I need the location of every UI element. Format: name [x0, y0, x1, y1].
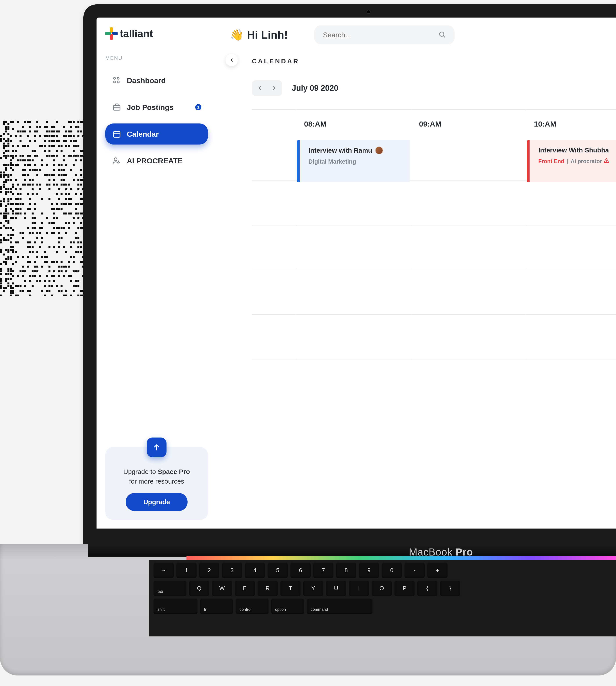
grid-icon — [112, 76, 121, 85]
svg-point-8 — [606, 162, 607, 162]
event-subtitle: Digital Marketing — [308, 158, 403, 165]
chevron-left-icon — [229, 58, 234, 63]
search-input[interactable] — [323, 31, 421, 39]
logo-mark-icon — [105, 27, 117, 40]
screen: talliant MENU Dashboard — [96, 18, 616, 529]
hour-column-header: 08:AM — [296, 110, 411, 140]
sidebar-item-ai-procreate[interactable]: AI PROCREATE — [105, 150, 208, 171]
calendar-gutter — [252, 110, 296, 140]
calendar-header: 08:AM 09:AM 10:AM — [252, 110, 616, 140]
chevron-right-icon — [271, 85, 277, 91]
date-pager — [252, 80, 282, 96]
svg-rect-3 — [117, 81, 119, 83]
svg-rect-5 — [113, 131, 120, 137]
camera-dot — [367, 10, 371, 14]
calendar-icon — [112, 130, 121, 138]
sidebar-item-job-postings[interactable]: Job Postings 1 — [105, 97, 208, 118]
keyboard: ~1234567890-+ tabQWERTYUIOP{} shiftfncon… — [149, 560, 616, 637]
topbar: 👋 Hi Linh! — [217, 25, 616, 44]
svg-rect-4 — [113, 106, 120, 110]
greeting-text: Hi Linh! — [247, 28, 288, 41]
event-subtitle: Front End | Ai procrator — [538, 157, 616, 164]
warning-icon — [603, 158, 609, 164]
panel-title: CALENDAR — [252, 58, 616, 65]
svg-point-2 — [114, 81, 116, 83]
collapse-sidebar-button[interactable] — [225, 54, 238, 66]
noise-decoration — [0, 120, 94, 296]
user-ai-icon — [112, 156, 121, 165]
upgrade-text: Upgrade to Space Pro for more resources — [114, 467, 199, 486]
device-label: MacBook Pro — [409, 546, 473, 558]
wave-emoji-icon: 👋 — [230, 28, 243, 41]
prev-day-button[interactable] — [253, 82, 266, 95]
sidebar-item-calendar[interactable]: Calendar — [105, 124, 208, 145]
upload-icon — [147, 438, 167, 457]
svg-point-6 — [114, 158, 117, 161]
calendar-column[interactable]: Interview With Shubha Front End | Ai pro… — [526, 140, 616, 403]
search-icon — [438, 31, 446, 39]
calendar-body: Interview with Ramu Digital Marketing — [252, 140, 616, 403]
menu-section-label: MENU — [105, 55, 208, 61]
main: 👋 Hi Linh! — [217, 18, 616, 529]
avatar-icon — [375, 147, 383, 154]
sidebar: talliant MENU Dashboard — [96, 18, 217, 529]
nav: Dashboard Job Postings 1 — [105, 70, 208, 171]
current-date: July 09 2020 — [292, 84, 338, 93]
calendar-grid: 08:AM 09:AM 10:AM — [252, 109, 616, 403]
sidebar-item-label: Job Postings — [127, 103, 174, 112]
calendar-column[interactable] — [411, 140, 526, 403]
upgrade-card: Upgrade to Space Pro for more resources … — [105, 447, 208, 520]
upgrade-button[interactable]: Upgrade — [126, 493, 188, 511]
event-title: Interview With Shubha — [538, 147, 609, 154]
event-title: Interview with Ramu — [308, 147, 372, 154]
calendar-event[interactable]: Interview With Shubha Front End | Ai pro… — [527, 140, 616, 182]
laptop-base: MacBook Pro ~1234567890-+ tabQWERTYUIOP{… — [0, 544, 616, 676]
app-root: talliant MENU Dashboard — [96, 18, 616, 529]
greeting: 👋 Hi Linh! — [230, 28, 288, 41]
svg-point-0 — [114, 78, 116, 80]
chevron-left-icon — [257, 85, 263, 91]
hour-column-header: 10:AM — [526, 110, 616, 140]
briefcase-icon — [112, 103, 121, 112]
svg-point-1 — [117, 78, 119, 80]
date-navigation: July 09 2020 — [252, 80, 616, 96]
calendar-panel: CALENDAR July 09 2020 — [217, 58, 616, 403]
laptop-frame: talliant MENU Dashboard — [83, 4, 616, 544]
sidebar-item-dashboard[interactable]: Dashboard — [105, 70, 208, 91]
logo[interactable]: talliant — [105, 27, 208, 40]
search-box[interactable] — [314, 25, 455, 44]
sidebar-item-label: Calendar — [127, 130, 159, 138]
next-day-button[interactable] — [268, 82, 281, 95]
calendar-event[interactable]: Interview with Ramu Digital Marketing — [297, 140, 410, 182]
calendar-column[interactable]: Interview with Ramu Digital Marketing — [296, 140, 411, 403]
sidebar-item-label: Dashboard — [127, 76, 166, 85]
sidebar-item-label: AI PROCREATE — [127, 157, 182, 165]
calendar-gutter — [252, 140, 296, 403]
logo-text: talliant — [120, 28, 153, 40]
sidebar-badge: 1 — [195, 104, 201, 110]
hour-column-header: 09:AM — [411, 110, 526, 140]
